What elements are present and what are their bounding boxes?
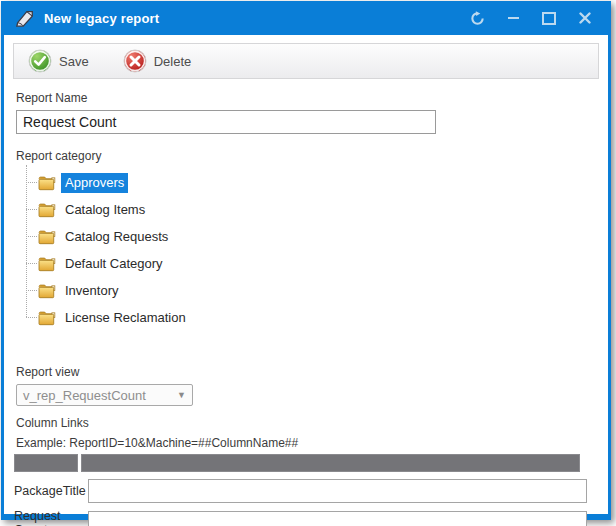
column-link-input[interactable] (88, 479, 587, 503)
toolbar: Save Delete (13, 43, 599, 79)
title-bar: New legacy report (4, 1, 608, 35)
tree-connector (26, 209, 37, 211)
column-link-row: Request Count (14, 510, 596, 526)
tree-connector (26, 263, 37, 265)
report-category-label: Report category (16, 149, 596, 163)
save-check-icon (28, 49, 52, 73)
window-title: New legacy report (44, 11, 159, 26)
grid-header-cell (14, 454, 78, 472)
close-icon[interactable] (572, 7, 598, 29)
maximize-icon[interactable] (536, 7, 562, 29)
grid-header-row (14, 454, 596, 472)
tree-item-label: Catalog Requests (61, 227, 172, 247)
tree-item[interactable]: Catalog Requests (26, 223, 596, 250)
tree-connector (26, 290, 37, 292)
report-view-label: Report view (16, 365, 596, 379)
delete-x-icon (123, 49, 147, 73)
column-link-label: PackageTitle (14, 484, 88, 498)
tree-item-label: License Reclamation (61, 308, 190, 328)
tree-connector (26, 317, 37, 319)
column-links-label: Column Links (16, 416, 596, 430)
report-view-value: v_rep_RequestCount (23, 388, 146, 403)
chevron-down-icon: ▼ (177, 390, 186, 400)
folder-icon (38, 283, 57, 299)
save-button[interactable]: Save (24, 47, 93, 75)
column-links-example: Example: ReportID=10&Machine=##ColumnNam… (16, 436, 596, 450)
tree-item[interactable]: Approvers (26, 169, 596, 196)
tree-item[interactable]: License Reclamation (26, 304, 596, 331)
tree-item-label: Inventory (61, 281, 122, 301)
report-name-label: Report Name (16, 91, 596, 105)
folder-icon (38, 229, 57, 245)
tree-item-label: Catalog Items (61, 200, 149, 220)
refresh-icon[interactable] (464, 7, 490, 29)
folder-icon (38, 202, 57, 218)
folder-icon (38, 175, 57, 191)
tree-item[interactable]: Catalog Items (26, 196, 596, 223)
save-button-label: Save (59, 54, 89, 69)
tree-item[interactable]: Default Category (26, 250, 596, 277)
report-category-tree: Approvers Catalog It (26, 169, 596, 331)
tree-item[interactable]: Inventory (26, 277, 596, 304)
tree-item-label: Approvers (61, 173, 128, 193)
delete-button[interactable]: Delete (119, 47, 196, 75)
tree-connector (26, 236, 37, 238)
tree-item-label: Default Category (61, 254, 167, 274)
report-view-select[interactable]: v_rep_RequestCount ▼ (16, 384, 193, 406)
folder-icon (38, 310, 57, 326)
column-link-row: PackageTitle (14, 478, 596, 504)
tree-connector (26, 182, 37, 184)
dialog-window: New legacy report (1, 1, 611, 520)
column-link-label: Request Count (14, 509, 88, 526)
grid-header-cell (81, 454, 580, 472)
column-link-input[interactable] (88, 511, 587, 526)
report-name-input[interactable] (16, 110, 436, 134)
minimize-icon[interactable] (500, 7, 526, 29)
report-icon (14, 8, 36, 28)
column-links-grid: PackageTitle Request Count (14, 454, 596, 526)
folder-icon (38, 256, 57, 272)
delete-button-label: Delete (154, 54, 192, 69)
